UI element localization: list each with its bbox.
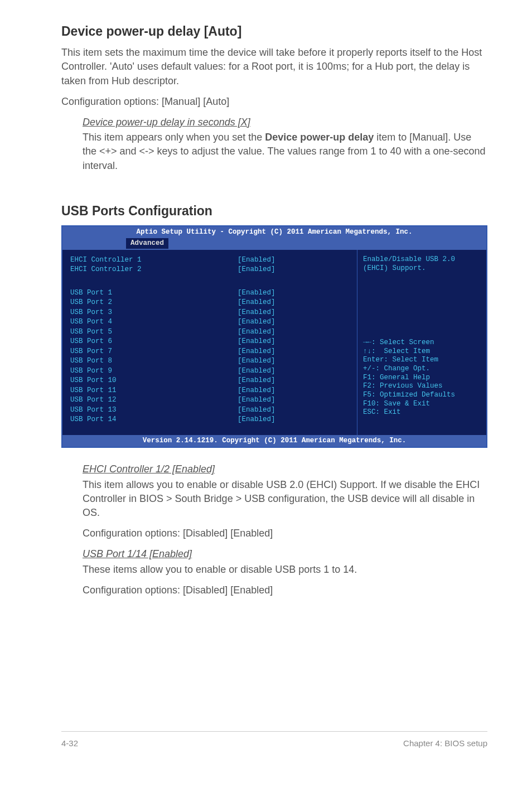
bios-setting-label: USB Port 7 bbox=[70, 347, 238, 357]
bios-setting-label: USB Port 11 bbox=[70, 386, 238, 396]
bios-setting-label: EHCI Controller 1 bbox=[70, 255, 238, 265]
para-device-power-up-sub: This item appears only when you set the … bbox=[83, 131, 487, 173]
bios-setting-label: USB Port 1 bbox=[70, 288, 238, 298]
heading-usb-ports-config: USB Ports Configuration bbox=[61, 202, 487, 220]
bios-setting-value: [Enabled] bbox=[238, 255, 275, 265]
bios-key-legend: →←: Select Screen ↑↓: Select Item Enter:… bbox=[363, 339, 481, 417]
bios-left-pane: EHCI Controller 1[Enabled]EHCI Controlle… bbox=[62, 250, 357, 435]
bios-setting-value: [Enabled] bbox=[238, 265, 275, 275]
bios-setting-value: [Enabled] bbox=[238, 347, 275, 357]
para-device-power-up-1: This item sets the maximum time the devi… bbox=[61, 46, 487, 88]
bios-setting-value: [Enabled] bbox=[238, 395, 275, 405]
footer-page-number: 4-32 bbox=[61, 737, 78, 749]
para-usb-port-config-options: Configuration options: [Disabled] [Enabl… bbox=[83, 583, 487, 597]
bios-setting-label: USB Port 14 bbox=[70, 415, 238, 425]
bios-setting-value: [Enabled] bbox=[238, 356, 275, 366]
subheading-device-power-up-seconds: Device power-up delay in seconds [X] bbox=[83, 117, 250, 128]
bios-setting-row: USB Port 11[Enabled] bbox=[70, 386, 349, 396]
bios-setting-value: [Enabled] bbox=[238, 386, 275, 396]
bios-setting-value: [Enabled] bbox=[238, 366, 275, 376]
bios-setting-row: USB Port 7[Enabled] bbox=[70, 347, 349, 357]
bios-setting-row: USB Port 8[Enabled] bbox=[70, 356, 349, 366]
bios-setting-row: USB Port 13[Enabled] bbox=[70, 405, 349, 416]
bios-setting-label: USB Port 3 bbox=[70, 308, 238, 318]
bios-setting-label: USB Port 5 bbox=[70, 327, 238, 337]
heading-device-power-up: Device power-up delay [Auto] bbox=[61, 22, 487, 40]
bios-tab-row: Advanced bbox=[62, 238, 486, 250]
para-device-power-up-2: Configuration options: [Manual] [Auto] bbox=[61, 95, 487, 109]
bios-setting-row: USB Port 2[Enabled] bbox=[70, 298, 349, 308]
bios-setting-label: USB Port 10 bbox=[70, 376, 238, 386]
subheading-ehci-controller: EHCI Controller 1/2 [Enabled] bbox=[83, 463, 215, 475]
bios-setting-label: USB Port 9 bbox=[70, 366, 238, 376]
bios-setting-label: USB Port 13 bbox=[70, 405, 238, 416]
text-fragment: This item appears only when you set the bbox=[83, 132, 265, 143]
bios-setting-label: USB Port 12 bbox=[70, 395, 238, 405]
bios-setting-label: USB Port 8 bbox=[70, 356, 238, 366]
bios-setting-label: EHCI Controller 2 bbox=[70, 265, 238, 275]
bios-setting-label: USB Port 2 bbox=[70, 298, 238, 308]
page-footer: 4-32 Chapter 4: BIOS setup bbox=[61, 731, 487, 749]
bios-help-text: Enable/Disable USB 2.0 (EHCI) Support. bbox=[363, 255, 481, 273]
para-ehci-controller: This item allows you to enable or disabl… bbox=[83, 478, 487, 520]
subheading-usb-port-1-14: USB Port 1/14 [Enabled] bbox=[83, 548, 192, 559]
bios-right-pane: Enable/Disable USB 2.0 (EHCI) Support. →… bbox=[357, 250, 486, 435]
bios-setting-row: USB Port 4[Enabled] bbox=[70, 317, 349, 327]
para-ehci-config-options: Configuration options: [Disabled] [Enabl… bbox=[83, 526, 487, 540]
bios-setting-value: [Enabled] bbox=[238, 376, 275, 386]
bios-setting-value: [Enabled] bbox=[238, 415, 275, 425]
bios-setting-row: EHCI Controller 1[Enabled] bbox=[70, 255, 349, 265]
footer-chapter: Chapter 4: BIOS setup bbox=[403, 737, 487, 749]
bios-version-bar: Version 2.14.1219. Copyright (C) 2011 Am… bbox=[62, 435, 486, 447]
bios-screenshot: Aptio Setup Utility - Copyright (C) 2011… bbox=[61, 225, 487, 448]
bios-setting-value: [Enabled] bbox=[238, 298, 275, 308]
bios-setting-value: [Enabled] bbox=[238, 288, 275, 298]
bios-setting-row: USB Port 10[Enabled] bbox=[70, 376, 349, 386]
bios-setting-label: USB Port 6 bbox=[70, 337, 238, 347]
bios-setting-label: USB Port 4 bbox=[70, 317, 238, 327]
bios-tab-advanced: Advanced bbox=[126, 238, 168, 249]
bios-setting-row: USB Port 9[Enabled] bbox=[70, 366, 349, 376]
bios-setting-value: [Enabled] bbox=[238, 327, 275, 337]
bios-setting-value: [Enabled] bbox=[238, 337, 275, 347]
bios-setting-value: [Enabled] bbox=[238, 317, 275, 327]
bios-setting-value: [Enabled] bbox=[238, 405, 275, 416]
bios-setting-row: USB Port 1[Enabled] bbox=[70, 288, 349, 298]
text-bold-device-power-up-delay: Device power-up delay bbox=[265, 132, 374, 143]
bios-setting-row: USB Port 3[Enabled] bbox=[70, 308, 349, 318]
bios-setting-row: USB Port 6[Enabled] bbox=[70, 337, 349, 347]
bios-setting-row: USB Port 12[Enabled] bbox=[70, 395, 349, 405]
bios-title-bar: Aptio Setup Utility - Copyright (C) 2011… bbox=[62, 226, 486, 239]
bios-setting-row: USB Port 14[Enabled] bbox=[70, 415, 349, 425]
para-usb-port-1-14: These items allow you to enable or disab… bbox=[83, 563, 487, 577]
bios-setting-row: EHCI Controller 2[Enabled] bbox=[70, 265, 349, 275]
bios-setting-value: [Enabled] bbox=[238, 308, 275, 318]
bios-setting-row: USB Port 5[Enabled] bbox=[70, 327, 349, 337]
